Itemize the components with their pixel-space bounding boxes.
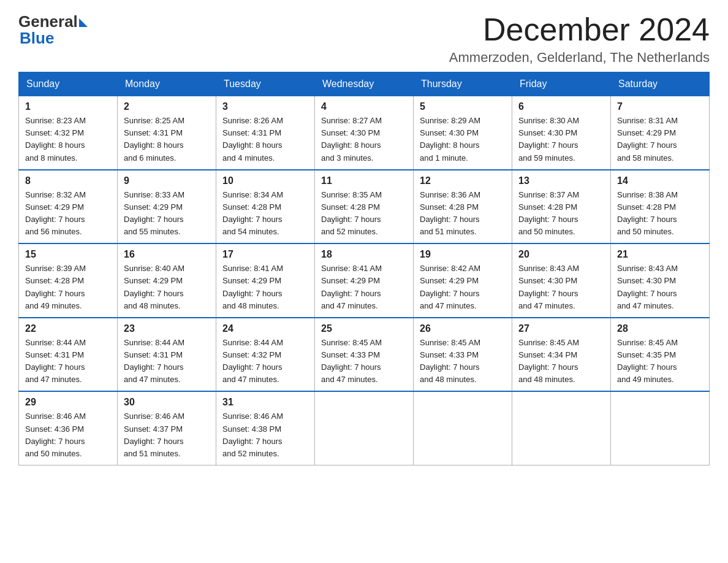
day-number: 19 — [420, 249, 506, 260]
calendar-cell: 18Sunrise: 8:41 AMSunset: 4:29 PMDayligh… — [315, 243, 414, 318]
day-number: 24 — [222, 323, 308, 334]
day-info: Sunrise: 8:45 AMSunset: 4:35 PMDaylight:… — [617, 338, 678, 384]
calendar-cell — [611, 391, 710, 465]
calendar-cell — [315, 391, 414, 465]
day-number: 10 — [222, 175, 308, 186]
calendar-cell: 7Sunrise: 8:31 AMSunset: 4:29 PMDaylight… — [611, 96, 710, 170]
day-info: Sunrise: 8:36 AMSunset: 4:28 PMDaylight:… — [420, 190, 480, 236]
day-info: Sunrise: 8:27 AMSunset: 4:30 PMDaylight:… — [321, 116, 382, 162]
calendar-cell: 17Sunrise: 8:41 AMSunset: 4:29 PMDayligh… — [216, 243, 315, 318]
day-info: Sunrise: 8:41 AMSunset: 4:29 PMDaylight:… — [222, 264, 283, 310]
day-info: Sunrise: 8:43 AMSunset: 4:30 PMDaylight:… — [518, 264, 579, 310]
calendar-cell: 4Sunrise: 8:27 AMSunset: 4:30 PMDaylight… — [315, 96, 414, 170]
day-number: 12 — [420, 175, 506, 186]
calendar-cell: 11Sunrise: 8:35 AMSunset: 4:28 PMDayligh… — [315, 170, 414, 244]
day-info: Sunrise: 8:46 AMSunset: 4:38 PMDaylight:… — [222, 412, 283, 458]
day-info: Sunrise: 8:45 AMSunset: 4:33 PMDaylight:… — [321, 338, 382, 384]
day-info: Sunrise: 8:42 AMSunset: 4:29 PMDaylight:… — [420, 264, 480, 310]
day-number: 7 — [617, 101, 703, 112]
day-info: Sunrise: 8:39 AMSunset: 4:28 PMDaylight:… — [25, 264, 86, 310]
calendar-cell — [512, 391, 611, 465]
calendar-cell: 31Sunrise: 8:46 AMSunset: 4:38 PMDayligh… — [216, 391, 315, 465]
calendar-header-row: SundayMondayTuesdayWednesdayThursdayFrid… — [19, 72, 710, 96]
day-info: Sunrise: 8:46 AMSunset: 4:37 PMDaylight:… — [124, 412, 184, 458]
day-info: Sunrise: 8:26 AMSunset: 4:31 PMDaylight:… — [222, 116, 283, 162]
calendar-cell: 13Sunrise: 8:37 AMSunset: 4:28 PMDayligh… — [512, 170, 611, 244]
day-number: 25 — [321, 323, 407, 334]
day-number: 11 — [321, 175, 407, 186]
day-info: Sunrise: 8:35 AMSunset: 4:28 PMDaylight:… — [321, 190, 382, 236]
day-info: Sunrise: 8:33 AMSunset: 4:29 PMDaylight:… — [124, 190, 184, 236]
day-info: Sunrise: 8:34 AMSunset: 4:28 PMDaylight:… — [222, 190, 283, 236]
logo-triangle-icon — [79, 18, 88, 27]
calendar-cell: 12Sunrise: 8:36 AMSunset: 4:28 PMDayligh… — [414, 170, 512, 244]
day-number: 31 — [222, 397, 308, 408]
calendar-cell: 19Sunrise: 8:42 AMSunset: 4:29 PMDayligh… — [414, 243, 512, 318]
day-number: 20 — [518, 249, 604, 260]
calendar-cell: 9Sunrise: 8:33 AMSunset: 4:29 PMDaylight… — [118, 170, 216, 244]
title-area: December 2024 Ammerzoden, Gelderland, Th… — [449, 12, 710, 66]
day-info: Sunrise: 8:25 AMSunset: 4:31 PMDaylight:… — [124, 116, 184, 162]
location-title: Ammerzoden, Gelderland, The Netherlands — [449, 50, 710, 66]
calendar-cell: 21Sunrise: 8:43 AMSunset: 4:30 PMDayligh… — [611, 243, 710, 318]
calendar-cell: 22Sunrise: 8:44 AMSunset: 4:31 PMDayligh… — [19, 318, 118, 392]
calendar-cell: 6Sunrise: 8:30 AMSunset: 4:30 PMDaylight… — [512, 96, 611, 170]
day-number: 18 — [321, 249, 407, 260]
day-info: Sunrise: 8:40 AMSunset: 4:29 PMDaylight:… — [124, 264, 184, 310]
calendar-cell — [414, 391, 512, 465]
calendar-cell: 3Sunrise: 8:26 AMSunset: 4:31 PMDaylight… — [216, 96, 315, 170]
header: General Blue December 2024 Ammerzoden, G… — [18, 12, 710, 66]
day-number: 22 — [25, 323, 111, 334]
day-number: 6 — [518, 101, 604, 112]
calendar-cell: 10Sunrise: 8:34 AMSunset: 4:28 PMDayligh… — [216, 170, 315, 244]
day-number: 29 — [25, 397, 111, 408]
calendar-cell: 24Sunrise: 8:44 AMSunset: 4:32 PMDayligh… — [216, 318, 315, 392]
day-info: Sunrise: 8:32 AMSunset: 4:29 PMDaylight:… — [25, 190, 86, 236]
calendar-cell: 15Sunrise: 8:39 AMSunset: 4:28 PMDayligh… — [19, 243, 118, 318]
day-number: 3 — [222, 101, 308, 112]
header-tuesday: Tuesday — [216, 72, 315, 96]
header-wednesday: Wednesday — [315, 72, 414, 96]
header-sunday: Sunday — [19, 72, 118, 96]
day-number: 21 — [617, 249, 703, 260]
calendar-cell: 30Sunrise: 8:46 AMSunset: 4:37 PMDayligh… — [118, 391, 216, 465]
calendar-cell: 29Sunrise: 8:46 AMSunset: 4:36 PMDayligh… — [19, 391, 118, 465]
day-number: 13 — [518, 175, 604, 186]
day-number: 8 — [25, 175, 111, 186]
day-info: Sunrise: 8:44 AMSunset: 4:32 PMDaylight:… — [222, 338, 283, 384]
header-saturday: Saturday — [611, 72, 710, 96]
day-info: Sunrise: 8:37 AMSunset: 4:28 PMDaylight:… — [518, 190, 579, 236]
day-info: Sunrise: 8:44 AMSunset: 4:31 PMDaylight:… — [124, 338, 184, 384]
day-number: 15 — [25, 249, 111, 260]
day-info: Sunrise: 8:30 AMSunset: 4:30 PMDaylight:… — [518, 116, 579, 162]
day-info: Sunrise: 8:45 AMSunset: 4:34 PMDaylight:… — [518, 338, 579, 384]
day-info: Sunrise: 8:41 AMSunset: 4:29 PMDaylight:… — [321, 264, 382, 310]
header-friday: Friday — [512, 72, 611, 96]
day-info: Sunrise: 8:45 AMSunset: 4:33 PMDaylight:… — [420, 338, 480, 384]
calendar-cell: 20Sunrise: 8:43 AMSunset: 4:30 PMDayligh… — [512, 243, 611, 318]
calendar-week-row: 15Sunrise: 8:39 AMSunset: 4:28 PMDayligh… — [19, 243, 710, 318]
calendar-week-row: 29Sunrise: 8:46 AMSunset: 4:36 PMDayligh… — [19, 391, 710, 465]
day-number: 4 — [321, 101, 407, 112]
calendar-cell: 28Sunrise: 8:45 AMSunset: 4:35 PMDayligh… — [611, 318, 710, 392]
day-number: 5 — [420, 101, 506, 112]
calendar-cell: 5Sunrise: 8:29 AMSunset: 4:30 PMDaylight… — [414, 96, 512, 170]
day-info: Sunrise: 8:23 AMSunset: 4:32 PMDaylight:… — [25, 116, 86, 162]
day-number: 9 — [124, 175, 210, 186]
day-number: 16 — [124, 249, 210, 260]
day-number: 26 — [420, 323, 506, 334]
calendar-cell: 25Sunrise: 8:45 AMSunset: 4:33 PMDayligh… — [315, 318, 414, 392]
header-monday: Monday — [118, 72, 216, 96]
day-number: 17 — [222, 249, 308, 260]
calendar-cell: 14Sunrise: 8:38 AMSunset: 4:28 PMDayligh… — [611, 170, 710, 244]
day-number: 28 — [617, 323, 703, 334]
logo-text-blue: Blue — [20, 29, 88, 48]
calendar-cell: 8Sunrise: 8:32 AMSunset: 4:29 PMDaylight… — [19, 170, 118, 244]
day-info: Sunrise: 8:31 AMSunset: 4:29 PMDaylight:… — [617, 116, 678, 162]
logo: General Blue — [18, 12, 88, 48]
calendar-cell: 26Sunrise: 8:45 AMSunset: 4:33 PMDayligh… — [414, 318, 512, 392]
calendar-table: SundayMondayTuesdayWednesdayThursdayFrid… — [18, 72, 710, 465]
calendar-week-row: 8Sunrise: 8:32 AMSunset: 4:29 PMDaylight… — [19, 170, 710, 244]
day-number: 14 — [617, 175, 703, 186]
day-info: Sunrise: 8:44 AMSunset: 4:31 PMDaylight:… — [25, 338, 86, 384]
